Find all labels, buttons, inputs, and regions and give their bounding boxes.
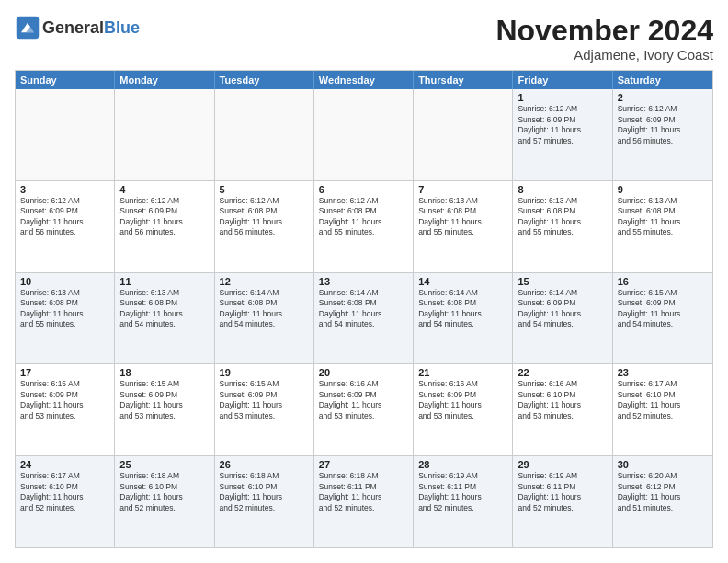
calendar-cell bbox=[414, 89, 513, 180]
day-number: 23 bbox=[618, 367, 708, 378]
calendar-cell: 25Sunrise: 6:18 AM Sunset: 6:10 PM Dayli… bbox=[115, 456, 214, 547]
calendar-row-1: 1Sunrise: 6:12 AM Sunset: 6:09 PM Daylig… bbox=[16, 89, 712, 180]
day-info: Sunrise: 6:15 AM Sunset: 6:09 PM Dayligh… bbox=[20, 379, 109, 421]
day-info: Sunrise: 6:13 AM Sunset: 6:08 PM Dayligh… bbox=[418, 196, 507, 238]
day-info: Sunrise: 6:12 AM Sunset: 6:09 PM Dayligh… bbox=[119, 196, 209, 238]
day-number: 3 bbox=[20, 184, 109, 195]
day-number: 30 bbox=[618, 459, 708, 470]
day-info: Sunrise: 6:18 AM Sunset: 6:11 PM Dayligh… bbox=[319, 471, 408, 513]
day-info: Sunrise: 6:12 AM Sunset: 6:09 PM Dayligh… bbox=[618, 104, 708, 146]
calendar-row-3: 10Sunrise: 6:13 AM Sunset: 6:08 PM Dayli… bbox=[16, 272, 712, 364]
day-number: 7 bbox=[418, 184, 507, 195]
calendar-cell: 10Sunrise: 6:13 AM Sunset: 6:08 PM Dayli… bbox=[16, 273, 115, 364]
calendar-row-5: 24Sunrise: 6:17 AM Sunset: 6:10 PM Dayli… bbox=[16, 455, 712, 547]
logo: GeneralBlue bbox=[15, 15, 140, 40]
calendar-cell: 15Sunrise: 6:14 AM Sunset: 6:09 PM Dayli… bbox=[513, 273, 612, 364]
day-number: 2 bbox=[618, 92, 708, 103]
day-info: Sunrise: 6:14 AM Sunset: 6:09 PM Dayligh… bbox=[518, 288, 607, 330]
weekday-header-monday: Monday bbox=[115, 71, 214, 89]
day-number: 19 bbox=[220, 367, 309, 378]
weekday-header-wednesday: Wednesday bbox=[314, 71, 414, 89]
day-number: 5 bbox=[220, 184, 309, 195]
day-number: 25 bbox=[119, 459, 209, 470]
calendar-body: 1Sunrise: 6:12 AM Sunset: 6:09 PM Daylig… bbox=[16, 89, 712, 547]
page-header: GeneralBlue November 2024 Adjamene, Ivor… bbox=[15, 15, 713, 63]
day-number: 10 bbox=[20, 276, 109, 287]
day-info: Sunrise: 6:14 AM Sunset: 6:08 PM Dayligh… bbox=[418, 288, 507, 330]
calendar-cell: 27Sunrise: 6:18 AM Sunset: 6:11 PM Dayli… bbox=[314, 456, 414, 547]
day-number: 22 bbox=[518, 367, 607, 378]
day-number: 20 bbox=[319, 367, 408, 378]
day-number: 17 bbox=[20, 367, 109, 378]
calendar-cell: 16Sunrise: 6:15 AM Sunset: 6:09 PM Dayli… bbox=[613, 273, 712, 364]
location-title: Adjamene, Ivory Coast bbox=[495, 47, 713, 63]
calendar-row-2: 3Sunrise: 6:12 AM Sunset: 6:09 PM Daylig… bbox=[16, 180, 712, 272]
day-number: 11 bbox=[119, 276, 209, 287]
calendar-cell: 12Sunrise: 6:14 AM Sunset: 6:08 PM Dayli… bbox=[215, 273, 314, 364]
day-number: 18 bbox=[119, 367, 209, 378]
day-info: Sunrise: 6:13 AM Sunset: 6:08 PM Dayligh… bbox=[119, 288, 209, 330]
day-info: Sunrise: 6:16 AM Sunset: 6:10 PM Dayligh… bbox=[518, 379, 607, 421]
day-info: Sunrise: 6:18 AM Sunset: 6:10 PM Dayligh… bbox=[220, 471, 309, 513]
calendar-cell: 6Sunrise: 6:12 AM Sunset: 6:08 PM Daylig… bbox=[314, 181, 414, 272]
day-info: Sunrise: 6:12 AM Sunset: 6:09 PM Dayligh… bbox=[518, 104, 607, 146]
day-number: 27 bbox=[319, 459, 408, 470]
calendar-cell: 30Sunrise: 6:20 AM Sunset: 6:12 PM Dayli… bbox=[613, 456, 712, 547]
day-info: Sunrise: 6:16 AM Sunset: 6:09 PM Dayligh… bbox=[319, 379, 408, 421]
day-number: 21 bbox=[418, 367, 507, 378]
day-info: Sunrise: 6:14 AM Sunset: 6:08 PM Dayligh… bbox=[319, 288, 408, 330]
day-number: 13 bbox=[319, 276, 408, 287]
calendar-cell: 24Sunrise: 6:17 AM Sunset: 6:10 PM Dayli… bbox=[16, 456, 115, 547]
day-info: Sunrise: 6:12 AM Sunset: 6:08 PM Dayligh… bbox=[319, 196, 408, 238]
calendar-cell: 11Sunrise: 6:13 AM Sunset: 6:08 PM Dayli… bbox=[115, 273, 214, 364]
day-info: Sunrise: 6:14 AM Sunset: 6:08 PM Dayligh… bbox=[220, 288, 309, 330]
day-info: Sunrise: 6:16 AM Sunset: 6:09 PM Dayligh… bbox=[418, 379, 507, 421]
calendar-cell: 20Sunrise: 6:16 AM Sunset: 6:09 PM Dayli… bbox=[314, 364, 414, 455]
day-number: 4 bbox=[119, 184, 209, 195]
day-number: 26 bbox=[220, 459, 309, 470]
calendar-cell: 3Sunrise: 6:12 AM Sunset: 6:09 PM Daylig… bbox=[16, 181, 115, 272]
calendar-cell bbox=[215, 89, 314, 180]
weekday-header-saturday: Saturday bbox=[613, 71, 712, 89]
calendar-cell: 23Sunrise: 6:17 AM Sunset: 6:10 PM Dayli… bbox=[613, 364, 712, 455]
weekday-header-friday: Friday bbox=[513, 71, 612, 89]
day-info: Sunrise: 6:13 AM Sunset: 6:08 PM Dayligh… bbox=[20, 288, 109, 330]
calendar-cell: 17Sunrise: 6:15 AM Sunset: 6:09 PM Dayli… bbox=[16, 364, 115, 455]
day-number: 8 bbox=[518, 184, 607, 195]
calendar-cell bbox=[314, 89, 414, 180]
calendar-cell: 9Sunrise: 6:13 AM Sunset: 6:08 PM Daylig… bbox=[613, 181, 712, 272]
day-info: Sunrise: 6:19 AM Sunset: 6:11 PM Dayligh… bbox=[518, 471, 607, 513]
calendar-cell: 19Sunrise: 6:15 AM Sunset: 6:09 PM Dayli… bbox=[215, 364, 314, 455]
day-number: 24 bbox=[20, 459, 109, 470]
calendar-cell: 14Sunrise: 6:14 AM Sunset: 6:08 PM Dayli… bbox=[414, 273, 513, 364]
calendar-cell: 22Sunrise: 6:16 AM Sunset: 6:10 PM Dayli… bbox=[513, 364, 612, 455]
calendar-header: SundayMondayTuesdayWednesdayThursdayFrid… bbox=[16, 71, 712, 89]
day-info: Sunrise: 6:15 AM Sunset: 6:09 PM Dayligh… bbox=[618, 288, 708, 330]
calendar-cell: 13Sunrise: 6:14 AM Sunset: 6:08 PM Dayli… bbox=[314, 273, 414, 364]
day-info: Sunrise: 6:12 AM Sunset: 6:09 PM Dayligh… bbox=[20, 196, 109, 238]
day-number: 15 bbox=[518, 276, 607, 287]
day-info: Sunrise: 6:18 AM Sunset: 6:10 PM Dayligh… bbox=[119, 471, 209, 513]
month-title: November 2024 bbox=[495, 15, 713, 47]
weekday-header-sunday: Sunday bbox=[16, 71, 115, 89]
day-number: 29 bbox=[518, 459, 607, 470]
day-info: Sunrise: 6:19 AM Sunset: 6:11 PM Dayligh… bbox=[418, 471, 507, 513]
logo-icon bbox=[15, 15, 40, 40]
calendar-cell: 7Sunrise: 6:13 AM Sunset: 6:08 PM Daylig… bbox=[414, 181, 513, 272]
day-info: Sunrise: 6:15 AM Sunset: 6:09 PM Dayligh… bbox=[119, 379, 209, 421]
day-number: 16 bbox=[618, 276, 708, 287]
day-info: Sunrise: 6:13 AM Sunset: 6:08 PM Dayligh… bbox=[618, 196, 708, 238]
calendar-cell: 2Sunrise: 6:12 AM Sunset: 6:09 PM Daylig… bbox=[613, 89, 712, 180]
day-number: 9 bbox=[618, 184, 708, 195]
calendar-cell bbox=[115, 89, 214, 180]
calendar-cell: 28Sunrise: 6:19 AM Sunset: 6:11 PM Dayli… bbox=[414, 456, 513, 547]
calendar-cell: 29Sunrise: 6:19 AM Sunset: 6:11 PM Dayli… bbox=[513, 456, 612, 547]
day-info: Sunrise: 6:15 AM Sunset: 6:09 PM Dayligh… bbox=[220, 379, 309, 421]
calendar: SundayMondayTuesdayWednesdayThursdayFrid… bbox=[15, 70, 713, 548]
day-number: 1 bbox=[518, 92, 607, 103]
day-info: Sunrise: 6:12 AM Sunset: 6:08 PM Dayligh… bbox=[220, 196, 309, 238]
calendar-cell: 21Sunrise: 6:16 AM Sunset: 6:09 PM Dayli… bbox=[414, 364, 513, 455]
calendar-cell: 4Sunrise: 6:12 AM Sunset: 6:09 PM Daylig… bbox=[115, 181, 214, 272]
calendar-row-4: 17Sunrise: 6:15 AM Sunset: 6:09 PM Dayli… bbox=[16, 363, 712, 455]
day-number: 6 bbox=[319, 184, 408, 195]
